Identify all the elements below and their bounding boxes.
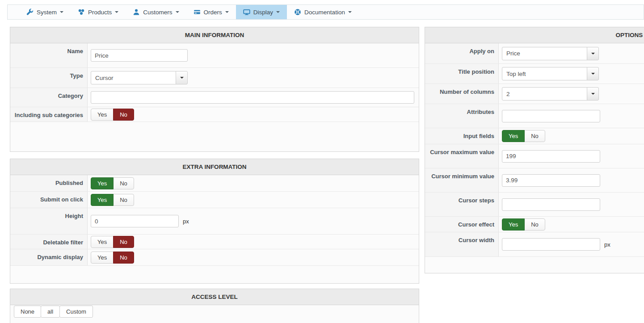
including-sub-categories-row: Including sub categories Yes No <box>10 107 419 122</box>
number-of-columns-select-caret-button[interactable] <box>587 87 599 101</box>
yes-button[interactable]: Yes <box>502 130 525 142</box>
chevron-down-icon <box>591 73 595 75</box>
access-level-panel: ACCESS LEVEL None all Custom <box>10 289 419 323</box>
cursor-maximum-value-input[interactable] <box>502 150 600 163</box>
cursor-minimum-value-input[interactable] <box>502 174 600 187</box>
no-button[interactable]: No <box>113 177 134 189</box>
field-content: Yes No <box>499 217 644 232</box>
px-suffix: px <box>183 218 189 225</box>
cursor-minimum-value-row: Cursor minimum value <box>425 168 644 193</box>
field-label: Name <box>10 43 88 67</box>
chevron-down-icon <box>176 11 179 13</box>
dynamic-display-toggle: Yes No <box>91 252 134 264</box>
type-select-value: Cursor <box>91 71 176 84</box>
cursor-steps-input[interactable] <box>502 198 600 211</box>
input-fields-toggle: Yes No <box>502 130 545 142</box>
nav-item-label: System <box>37 9 57 16</box>
products-icon <box>78 8 85 16</box>
chevron-down-icon <box>180 77 184 79</box>
category-input[interactable] <box>91 91 414 104</box>
input-fields-row: Input fields Yes No <box>425 128 644 144</box>
access-none-button[interactable]: None <box>14 306 41 318</box>
nav-item-documentation[interactable]: Documentation <box>287 5 359 19</box>
chevron-down-icon <box>591 93 595 95</box>
nav-item-label: Orders <box>204 9 222 16</box>
yes-button[interactable]: Yes <box>91 194 114 206</box>
nav-item-products[interactable]: Products <box>71 5 126 19</box>
field-label: Attributes <box>425 104 499 128</box>
monitor-icon <box>243 8 250 16</box>
type-select-caret-button[interactable] <box>176 71 188 84</box>
top-navbar: System Products Customers Orders Display <box>7 4 644 20</box>
no-button[interactable]: No <box>113 194 134 206</box>
field-label: Number of columns <box>425 84 499 104</box>
no-button[interactable]: No <box>524 218 545 231</box>
access-custom-button[interactable]: Custom <box>59 306 93 318</box>
field-content <box>499 104 644 128</box>
no-button[interactable]: No <box>113 109 134 121</box>
field-label: Apply on <box>425 43 499 63</box>
published-toggle: Yes No <box>91 177 134 189</box>
field-content <box>88 88 419 107</box>
title-position-select-caret-button[interactable] <box>587 67 599 80</box>
field-content: Price <box>499 43 644 63</box>
nav-item-label: Customers <box>143 9 172 16</box>
submit-on-click-row: Submit on click Yes No <box>10 192 419 208</box>
field-content <box>499 144 644 168</box>
nav-item-orders[interactable]: Orders <box>186 5 236 19</box>
name-input[interactable] <box>91 49 188 62</box>
apply-on-select[interactable]: Price <box>502 47 599 60</box>
access-level-buttons: None all Custom <box>10 305 419 318</box>
title-position-select[interactable]: Top left <box>502 67 599 80</box>
access-all-button[interactable]: all <box>41 306 60 318</box>
attributes-input[interactable] <box>502 110 600 122</box>
number-of-columns-row: Number of columns 2 <box>425 84 644 104</box>
nav-item-customers[interactable]: Customers <box>126 5 186 19</box>
wrench-icon <box>26 8 34 16</box>
submit-on-click-toggle: Yes No <box>91 194 134 206</box>
field-content: Yes No <box>88 249 419 265</box>
title-position-row: Title position Top left <box>425 64 644 84</box>
no-button[interactable]: No <box>524 130 545 142</box>
field-label: Height <box>10 208 88 234</box>
px-suffix: px <box>604 241 610 248</box>
main-information-panel: MAIN INFORMATION Name Type Cursor Catego… <box>10 27 419 152</box>
field-content <box>499 193 644 216</box>
cursor-width-row: Cursor width px <box>425 232 644 257</box>
title-position-select-value: Top left <box>502 67 587 80</box>
category-row: Category <box>10 88 419 107</box>
chevron-down-icon <box>348 11 352 13</box>
number-of-columns-select[interactable]: 2 <box>502 87 599 101</box>
user-icon <box>133 8 140 16</box>
yes-button[interactable]: Yes <box>91 109 114 121</box>
height-input[interactable] <box>91 215 179 227</box>
yes-button[interactable]: Yes <box>502 218 525 231</box>
yes-button[interactable]: Yes <box>91 236 114 248</box>
chevron-down-icon <box>276 11 280 13</box>
nav-item-display[interactable]: Display <box>236 5 287 19</box>
chevron-down-icon <box>591 53 595 55</box>
extra-information-panel: EXTRA INFORMATION Published Yes No Submi… <box>10 159 419 284</box>
yes-button[interactable]: Yes <box>91 177 114 189</box>
nav-item-system[interactable]: System <box>19 5 71 19</box>
field-label: Including sub categories <box>10 107 88 122</box>
field-content: Yes No <box>499 128 644 144</box>
field-label: Type <box>10 68 88 88</box>
field-label: Cursor steps <box>425 193 499 216</box>
nav-item-label: Documentation <box>304 9 345 16</box>
dynamic-display-row: Dynamic display Yes No <box>10 249 419 266</box>
cursor-steps-row: Cursor steps <box>425 193 644 217</box>
apply-on-row: Apply on Price <box>425 43 644 64</box>
panel-title: ACCESS LEVEL <box>10 289 419 305</box>
type-select[interactable]: Cursor <box>91 71 188 84</box>
field-content <box>499 168 644 192</box>
apply-on-select-caret-button[interactable] <box>587 47 599 60</box>
name-row: Name <box>10 43 419 68</box>
cursor-width-input[interactable] <box>502 238 600 251</box>
chevron-down-icon <box>225 11 229 13</box>
no-button[interactable]: No <box>113 236 134 248</box>
panel-title: EXTRA INFORMATION <box>10 159 419 175</box>
no-button[interactable]: No <box>113 252 134 264</box>
yes-button[interactable]: Yes <box>91 252 114 264</box>
nav-item-label: Display <box>253 9 273 16</box>
